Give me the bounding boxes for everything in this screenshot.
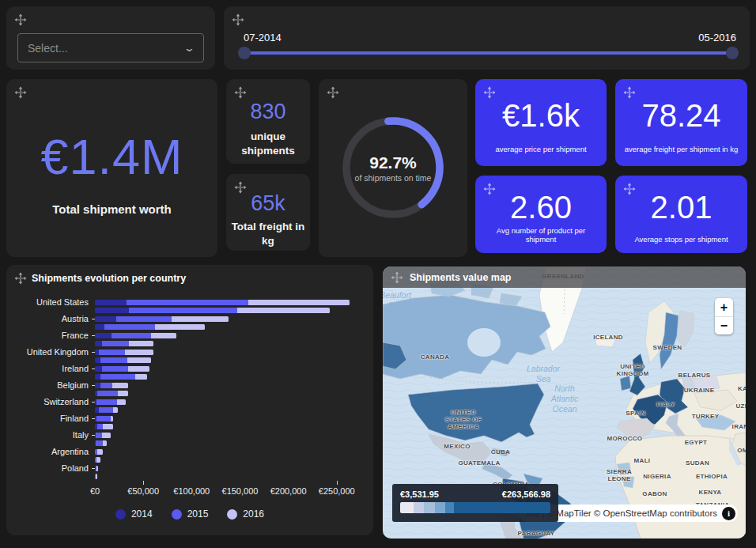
bar-segment-2015[interactable]: [116, 316, 172, 322]
stacked-bar[interactable]: [95, 333, 176, 338]
bar-segment-2016[interactable]: [151, 333, 176, 338]
bar-segment-2016[interactable]: [112, 383, 128, 388]
bar-segment-2015[interactable]: [97, 424, 103, 429]
bar-segment-2015[interactable]: [96, 399, 116, 405]
date-range-slider[interactable]: [244, 51, 732, 55]
stacked-bar[interactable]: [95, 449, 103, 455]
drag-handle-icon[interactable]: [234, 86, 247, 99]
bar-segment-2016[interactable]: [248, 300, 350, 305]
bar-segment-2016[interactable]: [96, 474, 97, 479]
stacked-bar[interactable]: [95, 316, 229, 322]
bar-segment-2015[interactable]: [100, 374, 136, 380]
zoom-out-button[interactable]: −: [715, 316, 733, 334]
map-legend-gradient: [400, 502, 550, 513]
bar-segment-2015[interactable]: [99, 407, 113, 413]
drag-handle-icon[interactable]: [14, 13, 27, 26]
country-map-label: IRAN: [732, 423, 746, 430]
stacked-bar[interactable]: [95, 391, 128, 396]
drag-handle-icon[interactable]: [327, 86, 339, 99]
bar-segment-2016[interactable]: [96, 466, 98, 471]
legend-item-2014[interactable]: 2014: [115, 508, 153, 520]
bar-segment-2015[interactable]: [112, 333, 151, 338]
kpi-avg-freight-card: 78.24 average freight per shipment in kg: [615, 79, 747, 166]
stacked-bar[interactable]: [95, 383, 128, 388]
stacked-bar[interactable]: [95, 374, 147, 380]
bar-segment-2016[interactable]: [97, 449, 103, 455]
stacked-bar[interactable]: [95, 399, 126, 405]
country-select[interactable]: Select... ⌄: [17, 33, 204, 62]
stacked-bar[interactable]: [95, 466, 98, 471]
drag-handle-icon[interactable]: [623, 86, 636, 99]
bar-segment-2016[interactable]: [117, 399, 126, 405]
drag-handle-icon[interactable]: [14, 86, 27, 99]
drag-handle-icon[interactable]: [232, 13, 244, 26]
stacked-bar[interactable]: [95, 457, 100, 463]
bar-segment-2014[interactable]: [95, 316, 116, 322]
bar-segment-2016[interactable]: [103, 424, 113, 429]
bar-segment-2014[interactable]: [95, 341, 102, 346]
stacked-bar[interactable]: [95, 440, 107, 446]
bar-segment-2016[interactable]: [135, 374, 147, 380]
bar-segment-2015[interactable]: [100, 383, 112, 388]
bar-row: Ireland: [16, 365, 364, 373]
bar-segment-2014[interactable]: [95, 366, 102, 372]
stacked-bar[interactable]: [95, 416, 113, 421]
legend-item-2016[interactable]: 2016: [227, 508, 264, 520]
stacked-bar[interactable]: [95, 433, 111, 438]
bar-segment-2015[interactable]: [96, 440, 104, 446]
bar-segment-2014[interactable]: [95, 308, 129, 313]
zoom-in-button[interactable]: +: [715, 298, 733, 316]
bar-segment-2015[interactable]: [102, 341, 129, 346]
bar-segment-2015[interactable]: [129, 308, 237, 313]
bar-segment-2016[interactable]: [155, 324, 206, 330]
bar-segment-2015[interactable]: [96, 416, 111, 421]
bar-segment-2016[interactable]: [111, 416, 113, 421]
stacked-bar[interactable]: [95, 324, 205, 330]
drag-handle-icon[interactable]: [391, 271, 403, 284]
country-label: United Kingdom: [16, 347, 89, 357]
drag-handle-icon[interactable]: [483, 86, 496, 99]
bar-segment-2014[interactable]: [95, 357, 100, 363]
bar-segment-2015[interactable]: [99, 350, 125, 355]
bar-segment-2014[interactable]: [95, 324, 104, 330]
bar-segment-2016[interactable]: [172, 316, 229, 322]
slider-thumb-max[interactable]: [726, 47, 739, 59]
stacked-bar[interactable]: [95, 407, 118, 413]
bar-segment-2016[interactable]: [125, 350, 153, 355]
stacked-bar[interactable]: [95, 424, 113, 429]
bar-segment-2014[interactable]: [95, 374, 100, 380]
info-icon[interactable]: i: [722, 507, 735, 520]
stacked-bar[interactable]: [95, 474, 97, 479]
bar-segment-2015[interactable]: [104, 324, 155, 330]
bar-segment-2016[interactable]: [118, 391, 127, 396]
bar-segment-2014[interactable]: [95, 333, 112, 338]
bar-segment-2014[interactable]: [95, 300, 127, 305]
bar-segment-2016[interactable]: [96, 457, 100, 463]
bar-segment-2016[interactable]: [237, 308, 330, 313]
kpi-on-time-card: 92.7% of shipments on time: [319, 79, 467, 257]
bar-segment-2016[interactable]: [129, 341, 153, 346]
bar-segment-2015[interactable]: [97, 391, 118, 396]
bar-segment-2016[interactable]: [127, 357, 151, 363]
country-label: Belgium: [16, 380, 89, 390]
legend-item-2015[interactable]: 2015: [172, 508, 209, 520]
bar-segment-2016[interactable]: [103, 440, 106, 446]
bar-segment-2015[interactable]: [96, 433, 101, 438]
x-axis-tick-label: €250,000: [319, 486, 355, 496]
stacked-bar[interactable]: [95, 357, 151, 363]
bar-segment-2014[interactable]: [95, 383, 100, 388]
bar-segment-2016[interactable]: [128, 366, 150, 372]
stacked-bar[interactable]: [95, 350, 153, 355]
stacked-bar[interactable]: [95, 341, 153, 346]
bar-segment-2015[interactable]: [102, 366, 128, 372]
drag-handle-icon[interactable]: [14, 272, 27, 285]
bar-segment-2016[interactable]: [113, 407, 118, 413]
stacked-bar[interactable]: [95, 366, 149, 372]
bar-segment-2015[interactable]: [127, 300, 248, 305]
bar-segment-2016[interactable]: [102, 433, 112, 438]
stacked-bar[interactable]: [95, 300, 350, 305]
bar-segment-2015[interactable]: [100, 357, 127, 363]
stacked-bar[interactable]: [95, 308, 330, 313]
bar-row: Finland: [16, 414, 364, 423]
slider-thumb-min[interactable]: [238, 47, 251, 59]
